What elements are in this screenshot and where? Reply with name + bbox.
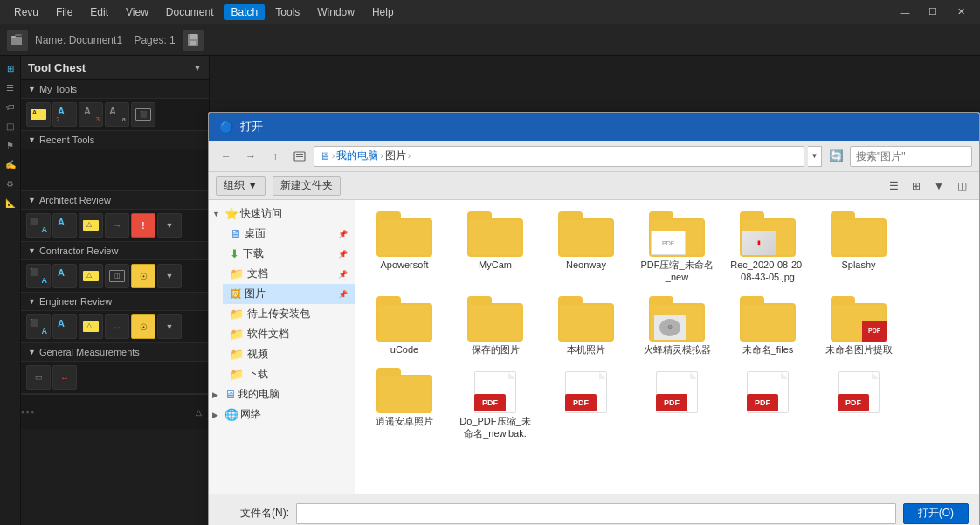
menu-window[interactable]: Window	[310, 4, 362, 20]
arch-tool-4[interactable]: →	[105, 213, 129, 238]
breadcrumb-computer[interactable]: 我的电脑	[336, 149, 378, 163]
menu-revu[interactable]: Revu	[7, 4, 45, 20]
nav-forward-button[interactable]: →	[240, 146, 261, 167]
gen-tool-2[interactable]: ↔	[52, 365, 77, 390]
tree-item-documents[interactable]: 📁 文档 📌	[223, 264, 355, 284]
nav-up-button[interactable]: ↑	[265, 146, 286, 167]
pages-sidebar-icon[interactable]: ☰	[2, 79, 19, 96]
file-item-emulator[interactable]: ⚙ 火蜂精灵模拟器	[635, 292, 719, 360]
tree-item-desktop[interactable]: 🖥 桌面 📌	[223, 224, 355, 244]
measure-sidebar-icon[interactable]: 📐	[2, 194, 19, 211]
maximize-button[interactable]: ☐	[921, 3, 945, 21]
grid-sidebar-icon[interactable]: ⊞	[2, 59, 19, 77]
file-item-pdf-compress[interactable]: PDF PDF压缩_未命名_new	[635, 207, 719, 288]
file-item-saved-pics[interactable]: 保存的图片	[453, 292, 537, 360]
tree-item-download1[interactable]: ⬇ 下载 📌	[223, 244, 355, 264]
arch-tool-2[interactable]: A	[52, 213, 77, 238]
nav-back-button[interactable]: ←	[216, 146, 237, 167]
menu-help[interactable]: Help	[365, 4, 401, 20]
save-icon[interactable]	[183, 30, 204, 51]
contr-tool-6[interactable]: ▼	[157, 264, 182, 288]
file-item-ucode[interactable]: uCode	[362, 292, 446, 360]
contr-tool-1[interactable]: ⬛ A	[26, 264, 51, 288]
bookmarks-sidebar-icon[interactable]: 🏷	[2, 98, 19, 115]
tree-item-pictures[interactable]: 🖼 图片 📌	[223, 284, 355, 304]
view-buttons: ☰ ⊞ ▼ ◫	[883, 176, 972, 197]
eng-tool-2[interactable]: A	[52, 314, 77, 339]
section-header-engineer-review[interactable]: ▼ Engineer Review	[21, 293, 209, 311]
eng-tool-5[interactable]: ☉	[131, 314, 155, 339]
file-item-unnamed-files[interactable]: 未命名_files	[726, 292, 810, 360]
arch-tool-1[interactable]: ⬛ A	[26, 213, 51, 238]
layers-sidebar-icon[interactable]: ◫	[2, 117, 19, 135]
arch-tool-6[interactable]: ▼	[157, 213, 182, 238]
minimize-button[interactable]: —	[893, 3, 917, 21]
view-pane-button[interactable]: ◫	[951, 176, 972, 197]
nav-recent-button[interactable]	[289, 146, 310, 167]
section-header-architect-review[interactable]: ▼ Architect Review	[21, 191, 209, 210]
menu-tools[interactable]: Tools	[268, 4, 307, 20]
new-folder-button[interactable]: 新建文件夹	[273, 176, 341, 196]
eng-tool-3[interactable]: △	[79, 314, 103, 339]
tree-item-download2[interactable]: 📁 下载	[223, 364, 355, 384]
view-more-button[interactable]: ▼	[928, 176, 949, 197]
file-item-pdf2[interactable]: PDF	[635, 363, 719, 445]
tool-chest-header[interactable]: Tool Chest ▼	[21, 56, 209, 80]
refresh-button[interactable]: 🔄	[825, 146, 846, 167]
contr-tool-4[interactable]: ◫	[105, 264, 129, 288]
eng-tool-4[interactable]: ↔	[105, 314, 129, 339]
contr-tool-5[interactable]: ☉	[131, 264, 155, 288]
section-header-recent-tools[interactable]: ▼ Recent Tools	[21, 131, 209, 149]
network-section[interactable]: ▶ 🌐 网络	[209, 404, 355, 425]
menu-edit[interactable]: Edit	[83, 4, 115, 20]
section-header-contractor-review[interactable]: ▼ Contractor Review	[21, 242, 209, 260]
tool-screen-1[interactable]: ⬛	[131, 102, 155, 127]
file-item-neonway[interactable]: Neonway	[544, 207, 628, 288]
file-item-extract[interactable]: PDF 未命名图片提取	[817, 292, 901, 360]
signatures-sidebar-icon[interactable]: ✍	[2, 155, 19, 173]
file-item-pdf1[interactable]: PDF	[544, 363, 628, 445]
settings-sidebar-icon[interactable]: ⚙	[2, 175, 19, 192]
open-icon[interactable]	[7, 30, 28, 51]
tool-arrow-1[interactable]: A a	[105, 102, 129, 127]
menu-document[interactable]: Document	[159, 4, 221, 20]
tree-item-softwaredoc[interactable]: 📁 软件文档	[223, 324, 355, 344]
gen-tool-1[interactable]: ▭	[26, 365, 51, 390]
close-button[interactable]: ✕	[949, 3, 973, 21]
breadcrumb-dropdown[interactable]: ▼	[808, 146, 822, 167]
menu-batch[interactable]: Batch	[224, 4, 266, 20]
tree-item-upload[interactable]: 📁 待上传安装包	[223, 304, 355, 324]
quick-access-section[interactable]: ▼ ⭐ 快速访问	[209, 204, 355, 224]
my-computer-section[interactable]: ▶ 🖥 我的电脑	[209, 384, 355, 404]
section-header-my-tools[interactable]: ▼ My Tools	[21, 80, 209, 99]
tool-text-1[interactable]: A 2	[52, 102, 77, 127]
file-item-mycam[interactable]: MyCam	[453, 207, 537, 288]
view-list-button[interactable]: ☰	[883, 176, 904, 197]
file-item-pdf4[interactable]: PDF	[817, 363, 901, 445]
file-item-xiaoyao[interactable]: 逍遥安卓照片	[362, 363, 446, 445]
contr-tool-3[interactable]: △	[79, 264, 103, 288]
file-item-do-pdf[interactable]: PDF Do_PDF压缩_未命名_new.bak.	[453, 363, 537, 445]
tool-highlight-1[interactable]: A	[26, 102, 51, 127]
contr-tool-2[interactable]: A	[52, 264, 77, 288]
search-input[interactable]	[850, 146, 972, 167]
section-header-general-measurements[interactable]: ▼ General Measurements	[21, 343, 209, 362]
file-item-local-pics[interactable]: 本机照片	[544, 292, 628, 360]
stamps-sidebar-icon[interactable]: ⚑	[2, 136, 19, 154]
organize-button[interactable]: 组织 ▼	[216, 176, 266, 196]
filename-input[interactable]	[296, 503, 896, 524]
file-item-pdf3[interactable]: PDF	[726, 363, 810, 445]
arch-tool-5[interactable]: !	[131, 213, 155, 238]
file-item-rec[interactable]: ▮ Rec_2020-08-20-08-43-05.jpg	[726, 207, 810, 288]
open-button[interactable]: 打开(O)	[903, 503, 969, 524]
menu-view[interactable]: View	[119, 4, 155, 20]
file-item-splashy[interactable]: Splashy	[817, 207, 901, 288]
tool-markup-1[interactable]: A 3	[79, 102, 103, 127]
menu-file[interactable]: File	[49, 4, 79, 20]
eng-tool-1[interactable]: ⬛ A	[26, 314, 51, 339]
eng-tool-6[interactable]: ▼	[157, 314, 182, 339]
view-grid-button[interactable]: ⊞	[906, 176, 927, 197]
file-item-apowersoft[interactable]: Apowersoft	[362, 207, 446, 288]
tree-item-video[interactable]: 📁 视频	[223, 344, 355, 364]
arch-tool-3[interactable]: △	[79, 213, 103, 238]
